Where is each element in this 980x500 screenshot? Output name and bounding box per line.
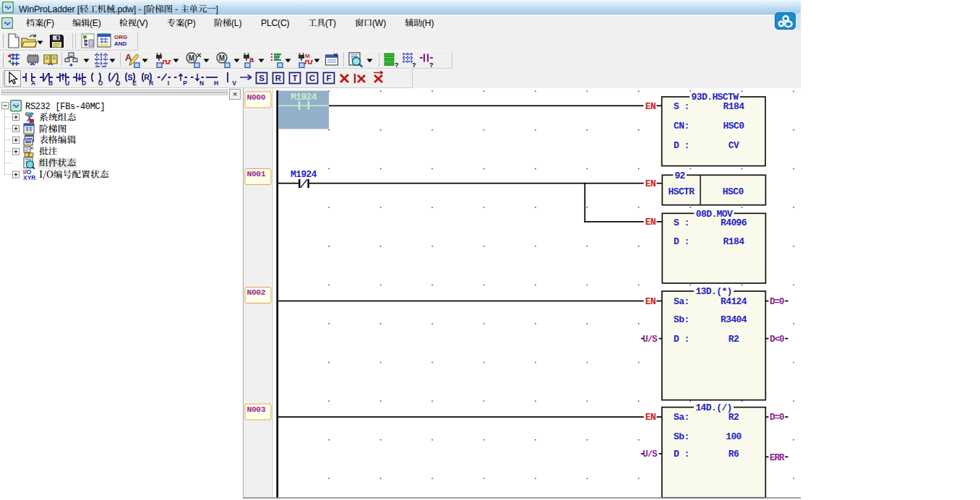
svg-text:D=0: D=0 [770, 297, 784, 307]
svg-text:P: P [183, 79, 187, 87]
svg-text:N001: N001 [247, 169, 266, 178]
svg-text:R: R [275, 74, 282, 82]
svg-text:EN: EN [645, 101, 656, 112]
svg-text:?: ? [395, 61, 399, 68]
svg-text:?: ? [412, 61, 416, 68]
svg-text:CV: CV [728, 140, 739, 151]
svg-text:a: a [249, 55, 254, 64]
svg-text:Sb:: Sb: [674, 431, 689, 442]
svg-text:N: N [199, 79, 204, 87]
svg-text:H: H [214, 79, 218, 87]
svg-text:C: C [309, 74, 314, 82]
svg-text:?: ? [429, 61, 434, 68]
svg-text:14D.(/): 14D.(/) [695, 402, 731, 413]
svg-text:HSC0: HSC0 [723, 186, 744, 197]
svg-text:CN:: CN: [674, 121, 689, 132]
svg-text:U/S: U/S [642, 335, 658, 345]
svg-text:M: M [219, 54, 225, 62]
svg-text:Sa:: Sa: [674, 412, 689, 423]
svg-text:U/S: U/S [642, 449, 658, 460]
svg-text:N002: N002 [247, 288, 266, 297]
svg-text:M: M [189, 54, 194, 62]
svg-text:EN: EN [645, 178, 656, 189]
svg-text:100: 100 [726, 431, 742, 442]
svg-text:S :: S : [674, 101, 689, 112]
svg-text:×: × [233, 90, 238, 98]
svg-text:E: E [132, 79, 137, 87]
svg-text:Sa:: Sa: [674, 296, 689, 307]
svg-text:92: 92 [674, 171, 685, 181]
svg-text:Sb:: Sb: [674, 314, 689, 325]
svg-text:ERR: ERR [770, 453, 785, 463]
svg-text:B: B [48, 79, 52, 87]
svg-text:R4096: R4096 [721, 217, 747, 228]
svg-text:D: D [82, 79, 86, 87]
svg-text:T: T [293, 74, 298, 82]
svg-text:N003: N003 [247, 405, 266, 414]
svg-text:U: U [65, 79, 69, 87]
svg-text:HSCTR: HSCTR [668, 186, 695, 197]
svg-text:M: M [305, 53, 310, 59]
svg-text:F: F [326, 74, 331, 82]
svg-text:R4124: R4124 [721, 296, 747, 307]
svg-text:XYR: XYR [23, 174, 35, 181]
svg-text:N000: N000 [247, 92, 266, 102]
svg-text:R3404: R3404 [721, 314, 747, 325]
svg-text:R2: R2 [728, 334, 739, 345]
svg-text:D :: D : [674, 236, 689, 247]
svg-text:R184: R184 [723, 101, 745, 112]
svg-text:Q: Q [115, 79, 120, 87]
svg-text:D=0: D=0 [770, 413, 784, 423]
svg-text:R2: R2 [728, 412, 739, 423]
svg-text:I/O编号配置状态: I/O编号配置状态 [39, 167, 109, 181]
svg-text:S: S [259, 74, 265, 82]
svg-text:V: V [232, 79, 236, 87]
svg-text:R: R [149, 79, 153, 87]
svg-text:M1924: M1924 [291, 169, 317, 180]
svg-text:M1924: M1924 [291, 92, 317, 103]
svg-text:D :: D : [674, 334, 689, 345]
svg-text:D :: D : [674, 140, 689, 151]
svg-text:D :: D : [674, 449, 689, 460]
svg-text:EN: EN [645, 217, 656, 228]
svg-text:HSC0: HSC0 [723, 121, 745, 132]
svg-text:A: A [31, 79, 35, 87]
svg-text:O: O [98, 79, 103, 87]
svg-text:EN: EN [645, 296, 656, 307]
svg-text:S :: S : [674, 217, 689, 228]
svg-text:R6: R6 [728, 449, 739, 460]
svg-text:I: I [167, 79, 168, 87]
svg-text:R184: R184 [723, 236, 745, 247]
svg-text:EN: EN [645, 412, 656, 423]
svg-text:D<0: D<0 [770, 335, 784, 345]
